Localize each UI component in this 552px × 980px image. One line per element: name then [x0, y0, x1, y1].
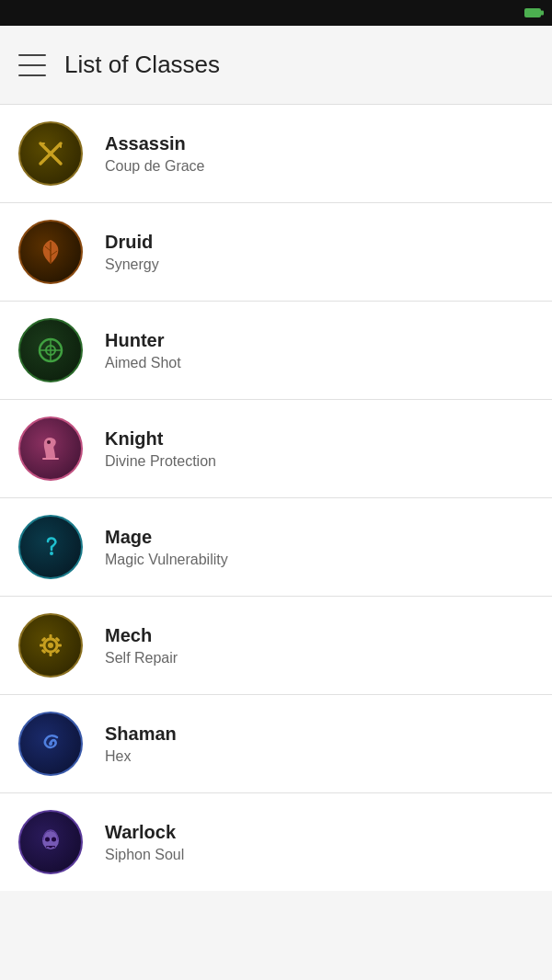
class-name: Warlock	[105, 822, 184, 843]
avatar	[18, 220, 83, 284]
svg-rect-17	[40, 644, 44, 647]
class-ability: Self Repair	[105, 650, 178, 667]
list-item[interactable]: Knight Divine Protection	[0, 400, 552, 498]
avatar	[18, 416, 83, 481]
item-info: Assassin Coup de Grace	[105, 133, 205, 175]
class-ability: Hex	[105, 748, 177, 765]
class-name: Knight	[105, 428, 216, 450]
item-info: Hunter Aimed Shot	[105, 330, 181, 371]
item-info: Warlock Siphon Soul	[105, 822, 184, 863]
class-ability: Siphon Soul	[105, 847, 184, 863]
class-name: Hunter	[105, 330, 181, 351]
status-bar	[0, 0, 552, 26]
menu-icon[interactable]	[18, 54, 46, 76]
svg-rect-16	[50, 652, 52, 656]
list-item[interactable]: Mech Self Repair	[0, 597, 552, 695]
item-info: Mech Self Repair	[105, 625, 178, 667]
item-info: Druid Synergy	[105, 232, 159, 273]
item-info: Mage Magic Vulnerability	[105, 527, 228, 568]
list-item[interactable]: Shaman Hex	[0, 695, 552, 793]
avatar	[18, 318, 83, 382]
list-item[interactable]: Warlock Siphon Soul	[0, 793, 552, 891]
avatar	[18, 613, 83, 678]
list-item[interactable]: Mage Magic Vulnerability	[0, 498, 552, 597]
avatar	[18, 121, 83, 186]
svg-point-11	[47, 440, 51, 444]
svg-point-25	[45, 838, 50, 842]
avatar	[18, 712, 83, 776]
class-name: Shaman	[105, 724, 177, 745]
avatar	[18, 810, 83, 874]
class-ability: Magic Vulnerability	[105, 552, 228, 568]
svg-point-23	[49, 742, 52, 746]
svg-point-12	[50, 552, 53, 555]
class-ability: Synergy	[105, 256, 159, 273]
class-ability: Divine Protection	[105, 453, 216, 470]
class-list: Assassin Coup de Grace Druid Synergy	[0, 105, 552, 891]
class-name: Druid	[105, 232, 159, 253]
class-name: Mech	[105, 625, 178, 646]
list-item[interactable]: Druid Synergy	[0, 203, 552, 302]
svg-rect-15	[50, 634, 52, 639]
item-info: Knight Divine Protection	[105, 428, 216, 470]
class-ability: Coup de Grace	[105, 158, 205, 175]
avatar	[18, 515, 83, 579]
svg-point-14	[48, 643, 53, 648]
list-item[interactable]: Assassin Coup de Grace	[0, 105, 552, 203]
item-info: Shaman Hex	[105, 724, 177, 765]
page-title: List of Classes	[64, 51, 220, 79]
class-name: Assassin	[105, 133, 205, 154]
svg-point-26	[52, 838, 56, 842]
class-ability: Aimed Shot	[105, 355, 181, 371]
list-item[interactable]: Hunter Aimed Shot	[0, 302, 552, 400]
app-header: List of Classes	[0, 26, 552, 105]
svg-rect-18	[57, 644, 62, 647]
class-name: Mage	[105, 527, 228, 548]
battery-icon	[524, 8, 541, 17]
